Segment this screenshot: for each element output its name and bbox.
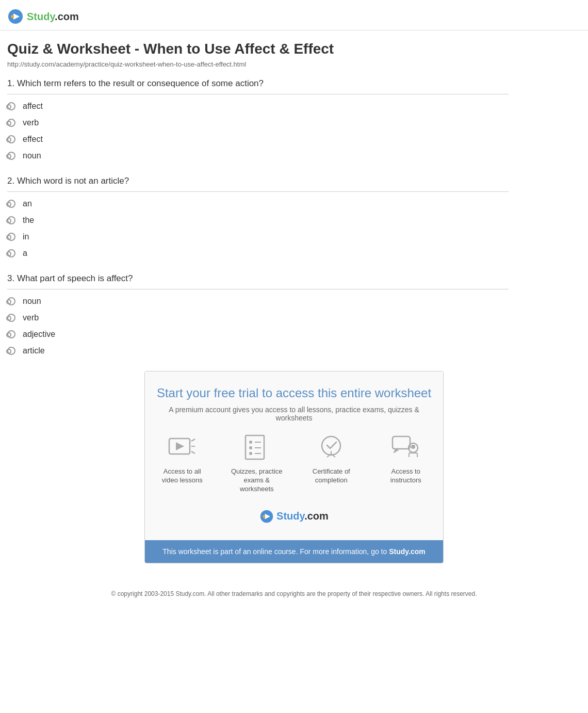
promo-studycom-logo[interactable]: Study.com (155, 502, 433, 533)
page-url: http://study.com/academy/practice/quiz-w… (7, 60, 509, 68)
radio-button-1-3[interactable] (7, 135, 15, 143)
answer-option-1-3[interactable]: effect (7, 135, 509, 144)
svg-point-10 (249, 446, 252, 449)
answer-label-2-4: a (23, 249, 27, 258)
promo-icon-certificate-label: Certificate ofcompletion (313, 467, 350, 485)
promo-icons: Access to allvideo lessons Quizzes, pra (155, 432, 433, 494)
svg-point-9 (249, 441, 252, 444)
promo-icon-quizzes: Quizzes, practiceexams & worksheets (230, 432, 284, 494)
radio-button-1-1[interactable] (7, 102, 15, 110)
answer-label-3-4: article (23, 346, 45, 355)
header: Study.com (0, 0, 588, 30)
answer-label-2-2: the (23, 216, 34, 225)
radio-button-2-2[interactable] (7, 216, 15, 224)
quizzes-icon (241, 432, 272, 463)
promo-box: Start your free trial to access this ent… (144, 371, 444, 563)
promo-icon-video-label: Access to allvideo lessons (162, 467, 203, 485)
answer-label-3-2: verb (23, 313, 39, 322)
promo-footer-link[interactable]: Study.com (389, 547, 426, 556)
answer-label-2-3: in (23, 232, 29, 241)
answer-option-3-3[interactable]: adjective (7, 330, 509, 339)
promo-subtitle: A premium account gives you access to al… (155, 406, 433, 422)
svg-line-5 (191, 439, 195, 441)
svg-marker-4 (176, 442, 184, 450)
answer-option-3-4[interactable]: article (7, 346, 509, 355)
page-title: Quiz & Worksheet - When to Use Affect & … (7, 41, 509, 57)
svg-point-27 (263, 515, 265, 517)
svg-line-6 (191, 451, 195, 453)
answer-label-1-1: affect (23, 102, 43, 111)
promo-title: Start your free trial to access this ent… (155, 386, 433, 400)
answer-label-1-3: effect (23, 135, 43, 144)
question-text-1: 1. Which term refers to the result or co… (7, 78, 509, 94)
radio-button-3-2[interactable] (7, 314, 15, 322)
question-block-1: 1. Which term refers to the result or co… (7, 78, 509, 160)
answer-option-2-4[interactable]: a (7, 249, 509, 258)
answer-option-1-1[interactable]: affect (7, 102, 509, 111)
promo-icon-video: Access to allvideo lessons (155, 432, 209, 494)
promo-footer-text: This worksheet is part of an online cour… (162, 547, 389, 556)
promo-icon-certificate: Certificate ofcompletion (304, 432, 358, 494)
radio-button-2-4[interactable] (7, 249, 15, 257)
main-content: Quiz & Worksheet - When to Use Affect & … (0, 30, 516, 355)
promo-icon-quizzes-label: Quizzes, practiceexams & worksheets (230, 467, 284, 494)
svg-rect-19 (393, 436, 410, 449)
video-icon (167, 432, 198, 463)
questions-container: 1. Which term refers to the result or co… (7, 78, 509, 355)
instructors-icon (390, 432, 421, 463)
radio-button-3-3[interactable] (7, 330, 15, 338)
radio-button-2-3[interactable] (7, 233, 15, 241)
logo[interactable]: Study.com (7, 8, 581, 25)
answer-label-3-3: adjective (23, 330, 55, 339)
question-text-3: 3. What part of speech is affect? (7, 273, 509, 289)
radio-button-3-1[interactable] (7, 297, 15, 305)
logo-text: Study.com (27, 11, 79, 23)
answer-option-2-1[interactable]: an (7, 199, 509, 208)
question-text-2: 2. Which word is not an article? (7, 176, 509, 192)
radio-button-2-1[interactable] (7, 200, 15, 208)
promo-header: Start your free trial to access this ent… (145, 371, 443, 540)
question-block-2: 2. Which word is not an article?antheina (7, 176, 509, 258)
certificate-icon (316, 432, 347, 463)
radio-button-3-4[interactable] (7, 347, 15, 355)
answer-label-3-1: noun (23, 297, 41, 306)
radio-button-1-4[interactable] (7, 152, 15, 160)
answer-option-2-2[interactable]: the (7, 216, 509, 225)
answer-label-1-2: verb (23, 118, 39, 127)
answer-option-2-3[interactable]: in (7, 232, 509, 241)
studycom-logo-icon (7, 8, 24, 25)
svg-point-11 (249, 452, 252, 455)
answer-label-2-1: an (23, 199, 32, 208)
copyright-text: © copyright 2003-2015 Study.com. All oth… (0, 579, 588, 614)
answer-label-1-4: noun (23, 151, 41, 160)
svg-point-24 (411, 445, 415, 449)
answer-option-1-2[interactable]: verb (7, 118, 509, 127)
answer-option-3-1[interactable]: noun (7, 297, 509, 306)
answer-option-1-4[interactable]: noun (7, 151, 509, 160)
radio-button-1-2[interactable] (7, 119, 15, 127)
promo-icon-instructors-label: Access toinstructors (390, 467, 421, 485)
promo-footer: This worksheet is part of an online cour… (145, 540, 443, 563)
question-block-3: 3. What part of speech is affect?nounver… (7, 273, 509, 355)
svg-point-2 (11, 15, 14, 18)
promo-icon-instructors: Access toinstructors (379, 432, 433, 494)
answer-option-3-2[interactable]: verb (7, 313, 509, 322)
